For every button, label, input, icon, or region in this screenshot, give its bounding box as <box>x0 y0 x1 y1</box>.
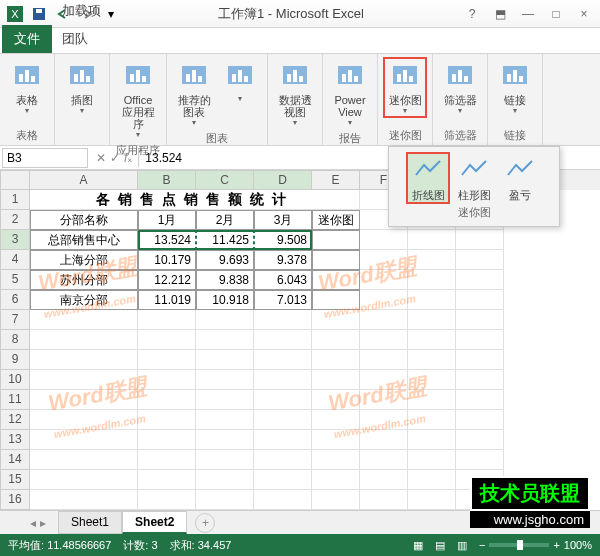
cell-A1[interactable]: 各销售点销售额统计 <box>30 190 360 210</box>
cell-D14[interactable] <box>254 450 312 470</box>
cell-B6[interactable]: 11.019 <box>138 290 196 310</box>
zoom-in-icon[interactable]: + <box>553 539 559 551</box>
cell-G14[interactable] <box>408 450 456 470</box>
cell-H5[interactable] <box>456 270 504 290</box>
office-apps-button[interactable]: Office 应用程序▾ <box>117 58 159 141</box>
maximize-icon[interactable]: □ <box>544 4 568 24</box>
tab-团队[interactable]: 团队 <box>52 25 124 53</box>
cell-F14[interactable] <box>360 450 408 470</box>
help-icon[interactable]: ? <box>460 4 484 24</box>
chart-types-button[interactable]: ▾ <box>219 58 261 105</box>
cell-D5[interactable]: 6.043 <box>254 270 312 290</box>
cell-B10[interactable] <box>138 370 196 390</box>
cell-F6[interactable] <box>360 290 408 310</box>
cell-C5[interactable]: 9.838 <box>196 270 254 290</box>
view-normal-icon[interactable]: ▦ <box>413 539 423 552</box>
cell-D6[interactable]: 7.013 <box>254 290 312 310</box>
cell-H3[interactable] <box>456 230 504 250</box>
cell-A16[interactable] <box>30 490 138 510</box>
minimize-icon[interactable]: — <box>516 4 540 24</box>
cell-B14[interactable] <box>138 450 196 470</box>
cell-E11[interactable] <box>312 390 360 410</box>
cell-G6[interactable] <box>408 290 456 310</box>
cell-H4[interactable] <box>456 250 504 270</box>
row-header-16[interactable]: 16 <box>0 490 30 510</box>
cell-B11[interactable] <box>138 390 196 410</box>
cell-E7[interactable] <box>312 310 360 330</box>
cell-H11[interactable] <box>456 390 504 410</box>
cell-D13[interactable] <box>254 430 312 450</box>
cell-D10[interactable] <box>254 370 312 390</box>
cell-G13[interactable] <box>408 430 456 450</box>
cell-C3[interactable]: 11.425 <box>196 230 254 250</box>
cell-A5[interactable]: 苏州分部 <box>30 270 138 290</box>
cell-E2[interactable]: 迷你图 <box>312 210 360 230</box>
cell-F7[interactable] <box>360 310 408 330</box>
cell-H10[interactable] <box>456 370 504 390</box>
cell-E8[interactable] <box>312 330 360 350</box>
cell-E13[interactable] <box>312 430 360 450</box>
cell-A11[interactable] <box>30 390 138 410</box>
cancel-formula-icon[interactable]: ✕ <box>96 151 106 165</box>
fx-icon[interactable]: fₓ <box>124 151 132 165</box>
file-tab[interactable]: 文件 <box>2 25 52 53</box>
cell-F13[interactable] <box>360 430 408 450</box>
tab-加载项[interactable]: 加载项 <box>52 0 124 25</box>
cell-B16[interactable] <box>138 490 196 510</box>
cell-F15[interactable] <box>360 470 408 490</box>
cell-E9[interactable] <box>312 350 360 370</box>
cell-G16[interactable] <box>408 490 456 510</box>
cell-A12[interactable] <box>30 410 138 430</box>
cell-B12[interactable] <box>138 410 196 430</box>
zoom-slider[interactable]: − + 100% <box>479 539 592 551</box>
recommended-charts-button[interactable]: 推荐的 图表▾ <box>173 58 215 129</box>
cell-D11[interactable] <box>254 390 312 410</box>
cell-G9[interactable] <box>408 350 456 370</box>
cell-C2[interactable]: 2月 <box>196 210 254 230</box>
cell-F12[interactable] <box>360 410 408 430</box>
cell-H13[interactable] <box>456 430 504 450</box>
cell-C7[interactable] <box>196 310 254 330</box>
cell-A4[interactable]: 上海分部 <box>30 250 138 270</box>
cell-F9[interactable] <box>360 350 408 370</box>
cell-B2[interactable]: 1月 <box>138 210 196 230</box>
cell-F4[interactable] <box>360 250 408 270</box>
row-header-12[interactable]: 12 <box>0 410 30 430</box>
cells-grid[interactable]: 各销售点销售额统计分部名称1月2月3月迷你图总部销售中心13.52411.425… <box>30 190 600 510</box>
cell-B9[interactable] <box>138 350 196 370</box>
col-header-D[interactable]: D <box>254 170 312 190</box>
col-header-B[interactable]: B <box>138 170 196 190</box>
cell-D3[interactable]: 9.508 <box>254 230 312 250</box>
cell-G7[interactable] <box>408 310 456 330</box>
col-header-C[interactable]: C <box>196 170 254 190</box>
cell-A15[interactable] <box>30 470 138 490</box>
cell-G5[interactable] <box>408 270 456 290</box>
sheet-nav-prev-icon[interactable]: ◂ <box>30 516 36 530</box>
cell-E12[interactable] <box>312 410 360 430</box>
cell-H8[interactable] <box>456 330 504 350</box>
row-header-11[interactable]: 11 <box>0 390 30 410</box>
cell-H12[interactable] <box>456 410 504 430</box>
cell-F11[interactable] <box>360 390 408 410</box>
cell-F10[interactable] <box>360 370 408 390</box>
cell-A10[interactable] <box>30 370 138 390</box>
cell-A14[interactable] <box>30 450 138 470</box>
zoom-out-icon[interactable]: − <box>479 539 485 551</box>
cell-B7[interactable] <box>138 310 196 330</box>
cell-D2[interactable]: 3月 <box>254 210 312 230</box>
cell-G3[interactable] <box>408 230 456 250</box>
cell-B4[interactable]: 10.179 <box>138 250 196 270</box>
zoom-level[interactable]: 100% <box>564 539 592 551</box>
row-header-4[interactable]: 4 <box>0 250 30 270</box>
view-layout-icon[interactable]: ▤ <box>435 539 445 552</box>
cell-D8[interactable] <box>254 330 312 350</box>
row-header-7[interactable]: 7 <box>0 310 30 330</box>
cell-A13[interactable] <box>30 430 138 450</box>
illustrations-button[interactable]: 插图▾ <box>61 58 103 117</box>
row-header-14[interactable]: 14 <box>0 450 30 470</box>
winloss-sparkline-button[interactable]: 盈亏 <box>499 153 541 203</box>
sparklines-button[interactable]: 迷你图▾ <box>384 58 426 117</box>
cell-E4[interactable] <box>312 250 360 270</box>
cell-H6[interactable] <box>456 290 504 310</box>
line-sparkline-button[interactable]: 折线图 <box>407 153 449 203</box>
